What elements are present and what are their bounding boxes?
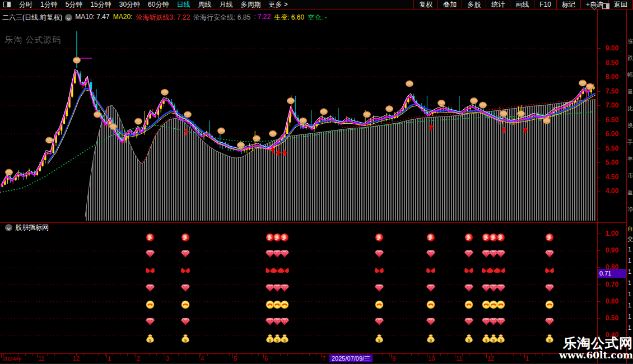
fist-icon	[518, 110, 525, 116]
period-menu: 分时1分钟5分钟15分钟30分钟60分钟日线周线月线多周期更多 >	[15, 0, 292, 9]
date-tick-label: 10	[428, 355, 435, 362]
sub-tick-label: 0.50	[598, 314, 626, 322]
gem-icon	[280, 250, 289, 258]
price-tick-label: 7.00	[598, 101, 626, 109]
orange-ball-icon	[146, 301, 154, 309]
toolbar-button-6[interactable]: 标记	[556, 0, 580, 9]
duo-ball-icon: 多	[266, 234, 274, 241]
gem-icon	[426, 318, 435, 325]
fist-icon	[438, 100, 445, 106]
indicator-title-row: 二六三(日线.前复权) MA10: 7.47MA20:沧海斩妖线3: 7.22沧…	[0, 10, 633, 25]
panel-layout-icon[interactable]	[602, 3, 609, 9]
menu-item-0[interactable]: 分时	[15, 0, 36, 10]
sub-tick-label: 1.00	[598, 230, 626, 237]
gem-icon	[426, 250, 435, 258]
orange-ball-icon	[427, 301, 435, 309]
menu-item-9[interactable]: 多周期	[236, 0, 264, 10]
sub-tick-label: 0.90	[598, 246, 626, 254]
diamond-icon[interactable]	[590, 2, 598, 10]
gem-icon	[266, 318, 274, 325]
fist-icon	[253, 136, 260, 142]
period-menu-bar: 分时1分钟5分钟15分钟30分钟60分钟日线周线月线多周期更多 > 复权叠加多股…	[0, 0, 633, 10]
fist-icon	[94, 111, 101, 118]
svg-text:多: 多	[429, 235, 434, 240]
orange-ball-icon	[181, 301, 189, 309]
gem-icon	[280, 318, 289, 325]
date-tick-label: 11	[456, 355, 462, 362]
main-candlestick-chart[interactable]	[0, 26, 597, 222]
orange-ball-icon	[490, 301, 497, 309]
toolbar-button-0[interactable]: 复权	[413, 0, 437, 9]
money-bag-icon: $	[466, 334, 473, 342]
fist-icon	[386, 106, 393, 112]
butterfly-icon	[375, 268, 384, 273]
date-tick-label: 2	[137, 355, 140, 362]
gem-icon	[280, 284, 289, 292]
gem-icon	[482, 250, 491, 258]
fist-icon	[287, 97, 295, 104]
fist-icon	[480, 102, 487, 108]
toolbar-button-1[interactable]: 叠加	[437, 0, 462, 9]
date-tick-label: 1	[108, 355, 111, 362]
gem-icon	[489, 318, 498, 325]
toolbar-button-2[interactable]: 多股	[462, 0, 486, 9]
svg-text:多: 多	[547, 235, 552, 240]
fist-icon	[238, 142, 245, 148]
menu-item-10[interactable]: 更多 >	[264, 0, 291, 10]
butterfly-icon	[496, 268, 505, 273]
menu-item-6[interactable]: 日线	[173, 0, 194, 10]
current-value-tag: 0.71	[598, 269, 626, 278]
gem-icon	[375, 250, 384, 258]
fist-icon	[269, 130, 277, 137]
gem-icon	[181, 284, 190, 292]
gem-icon	[146, 318, 155, 325]
menu-item-8[interactable]: 月线	[215, 0, 236, 10]
menu-item-3[interactable]: 15分钟	[86, 0, 115, 10]
date-tick-label: 11	[38, 355, 44, 362]
svg-text:多: 多	[183, 235, 188, 240]
duo-ball-icon: 多	[273, 234, 281, 241]
chevron-down-icon[interactable]	[65, 14, 72, 21]
gem-icon	[181, 318, 190, 325]
toolbar-button-4[interactable]: 画线	[510, 0, 534, 9]
duo-ball-icon: 多	[465, 234, 473, 241]
fist-icon	[320, 109, 328, 115]
gem-icon	[464, 318, 473, 325]
date-axis: 2024年11121234567910111212025/07/09/三	[0, 353, 626, 363]
duo-ball-icon: 多	[281, 234, 288, 241]
menu-item-1[interactable]: 1分钟	[36, 0, 62, 10]
window-split-icon[interactable]	[3, 2, 11, 7]
duo-ball-icon: 多	[546, 234, 553, 241]
gem-icon	[266, 284, 274, 292]
menu-item-2[interactable]: 5分钟	[62, 0, 87, 10]
date-tick-label: 3	[166, 355, 169, 362]
menu-item-5[interactable]: 60分钟	[144, 0, 173, 10]
svg-text:多: 多	[268, 235, 273, 240]
price-tick-label: 7.50	[598, 87, 626, 95]
duo-ball-icon: 多	[375, 234, 383, 241]
butterfly-icon	[146, 268, 155, 273]
toolbar-button-8[interactable]: 返回	[608, 0, 633, 9]
toolbar-button-5[interactable]: F10	[534, 0, 556, 9]
price-tick-label: 5.50	[598, 144, 626, 152]
watermark-site-name: 乐淘公式网	[559, 336, 633, 350]
sub-indicator-panel[interactable]: 多多多多多多多多多多多多$$$$$$$$$$$$	[0, 223, 597, 353]
toolbar-button-3[interactable]: 统计	[486, 0, 510, 9]
gem-icon	[496, 318, 505, 325]
watermark-bottom: 乐淘公式网 www.60lt.com	[559, 336, 633, 361]
menu-item-4[interactable]: 30分钟	[115, 0, 144, 10]
gem-icon	[375, 284, 384, 292]
indicator-value-2: 沧海斩妖线3: 7.22	[136, 13, 190, 22]
panel-divider	[0, 222, 626, 223]
orange-ball-icon	[375, 301, 383, 309]
menu-item-7[interactable]: 周线	[194, 0, 215, 10]
orange-ball-icon	[266, 301, 274, 309]
indicator-value-3: 沧海行安全线: 6.85	[193, 13, 250, 22]
mountain-area	[85, 100, 595, 221]
gem-icon	[375, 318, 384, 325]
fist-icon	[543, 118, 551, 124]
money-bag-icon: $	[281, 334, 288, 342]
orange-ball-icon	[482, 301, 490, 309]
date-tick-label: 9	[392, 355, 395, 362]
chevron-down-icon[interactable]	[5, 224, 12, 231]
